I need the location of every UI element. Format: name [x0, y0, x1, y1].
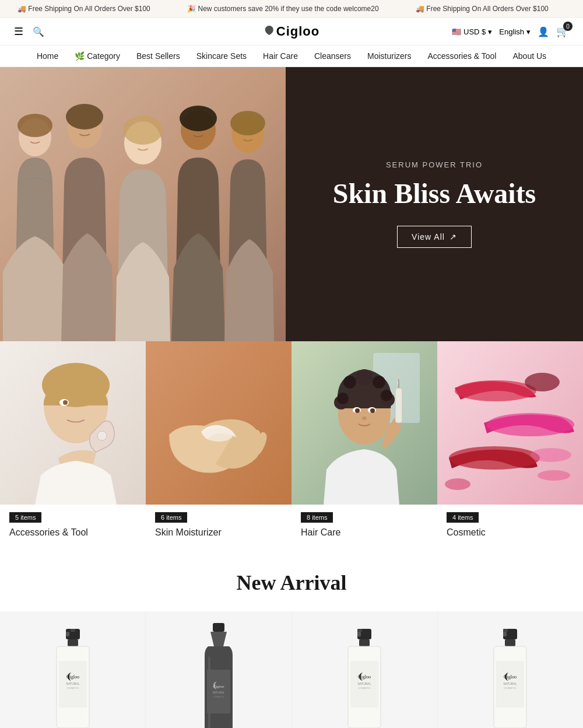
- hero-view-all-button[interactable]: View All ↗: [397, 226, 472, 248]
- announcement-bar: 🚚 Free Shipping On All Orders Over $100 …: [0, 0, 583, 18]
- product-card-1[interactable]: Cigloo NATURAL COSMETIC: [0, 611, 146, 728]
- menu-icon[interactable]: ☰: [14, 25, 23, 38]
- svg-point-20: [204, 428, 233, 442]
- category-image-moisturizer: [146, 341, 292, 505]
- svg-point-29: [343, 376, 356, 388]
- category-card-moisturizer[interactable]: 6 items Skin Moisturizer: [146, 341, 292, 547]
- language-label: English: [499, 27, 524, 36]
- hero-section: Serum Power Trio Skin Bliss Awaits View …: [0, 67, 583, 341]
- product-card-2[interactable]: Cigloo NATURAL COSMETIC: [146, 611, 292, 728]
- currency-label: USD $: [463, 27, 486, 36]
- category-grid: 5 items Accessories & Tool: [0, 341, 583, 547]
- category-image-cosmetic: [437, 341, 583, 505]
- svg-text:COSMETIC: COSMETIC: [66, 687, 79, 690]
- nav-about-us[interactable]: About Us: [512, 51, 546, 61]
- svg-rect-64: [357, 632, 361, 636]
- nav-home[interactable]: Home: [37, 51, 58, 61]
- product-bottle-3: Cigloo NATURAL COSMETIC: [341, 629, 388, 728]
- nav-skincare-sets[interactable]: Skincare Sets: [196, 51, 247, 61]
- product-card-3[interactable]: Cigloo NATURAL COSMETIC: [292, 611, 438, 728]
- svg-text:NATURAL: NATURAL: [358, 682, 371, 685]
- nav-accessories-tool[interactable]: Accessories & Tool: [427, 51, 496, 61]
- svg-point-28: [356, 369, 373, 386]
- products-grid: Cigloo NATURAL COSMETIC Cigloo NATURAL C: [0, 611, 583, 728]
- svg-text:NATURAL: NATURAL: [504, 682, 517, 685]
- hero-title: Skin Bliss Awaits: [333, 178, 536, 209]
- currency-chevron: ▾: [488, 27, 492, 36]
- svg-point-44: [525, 373, 560, 391]
- hero-image: [0, 67, 286, 341]
- svg-text:NATURAL: NATURAL: [66, 682, 79, 685]
- header-left: ☰ 🔍: [14, 25, 44, 38]
- svg-point-8: [66, 104, 103, 130]
- svg-point-37: [395, 376, 400, 379]
- category-image-haircare: [292, 341, 437, 505]
- svg-point-11: [230, 111, 265, 135]
- hero-text-panel: Serum Power Trio Skin Bliss Awaits View …: [286, 67, 583, 341]
- svg-point-7: [17, 114, 52, 137]
- search-icon[interactable]: 🔍: [33, 26, 44, 37]
- svg-point-45: [445, 478, 470, 490]
- svg-text:Cigloo: Cigloo: [504, 674, 517, 680]
- product-card-4[interactable]: Cigloo NATURAL COSMETIC: [438, 611, 583, 728]
- svg-point-9: [123, 116, 163, 145]
- svg-text:COSMETIC: COSMETIC: [359, 687, 371, 690]
- svg-rect-61: [359, 639, 370, 646]
- svg-point-35: [362, 416, 367, 420]
- svg-text:Cigloo: Cigloo: [358, 674, 371, 680]
- svg-rect-49: [71, 629, 75, 632]
- logo[interactable]: Cigloo: [264, 24, 319, 39]
- nav-category[interactable]: 🌿 Category: [75, 51, 120, 61]
- svg-point-25: [337, 393, 349, 404]
- svg-point-42: [531, 448, 571, 462]
- language-selector[interactable]: English ▾: [499, 27, 531, 36]
- hero-people-svg: [0, 67, 286, 341]
- logo-icon: [264, 24, 275, 38]
- svg-point-17: [97, 431, 107, 440]
- category-card-cosmetic[interactable]: 4 items Cosmetic: [437, 341, 583, 547]
- category-card-accessories[interactable]: 5 items Accessories & Tool: [0, 341, 146, 547]
- new-arrival-title: New Arrival: [0, 570, 583, 595]
- nav-best-sellers[interactable]: Best Sellers: [136, 51, 180, 61]
- new-arrival-section: New Arrival Cigloo NATURAL COSMETIC: [0, 547, 583, 728]
- header: ☰ 🔍 Cigloo 🇺🇸 USD $ ▾ English ▾ 👤 🛒 0: [0, 18, 583, 46]
- category-image-accessories: [0, 341, 146, 505]
- svg-rect-72: [503, 629, 508, 632]
- hero-button-label: View All: [412, 232, 445, 242]
- nav-hair-care[interactable]: Hair Care: [263, 51, 298, 61]
- svg-text:Cigloo: Cigloo: [213, 684, 224, 689]
- header-right: 🇺🇸 USD $ ▾ English ▾ 👤 🛒 0: [452, 25, 569, 38]
- announcement-track: 🚚 Free Shipping On All Orders Over $100 …: [0, 5, 583, 13]
- category-count-cosmetic: 4 items: [447, 512, 479, 523]
- account-icon[interactable]: 👤: [538, 26, 549, 37]
- category-name-haircare: Hair Care: [301, 527, 428, 547]
- svg-rect-63: [357, 629, 362, 632]
- currency-selector[interactable]: 🇺🇸 USD $ ▾: [452, 27, 492, 36]
- category-name-cosmetic: Cosmetic: [447, 527, 574, 547]
- category-label-accessories: 5 items Accessories & Tool: [0, 505, 146, 547]
- announcement-item: 🚚 Free Shipping On All Orders Over $100: [416, 5, 549, 13]
- hero-subtitle: Serum Power Trio: [386, 160, 483, 169]
- category-count-accessories: 5 items: [9, 512, 41, 523]
- cart-count-badge: 0: [563, 22, 573, 31]
- category-count-haircare: 8 items: [301, 512, 333, 523]
- category-count-moisturizer: 6 items: [155, 512, 187, 523]
- svg-point-30: [373, 376, 385, 388]
- nav-cleansers[interactable]: Cleansers: [314, 51, 351, 61]
- cart-button[interactable]: 🛒 0: [556, 25, 569, 38]
- svg-rect-55: [213, 623, 224, 632]
- svg-point-33: [355, 408, 360, 413]
- svg-point-34: [370, 408, 375, 413]
- svg-rect-47: [68, 639, 78, 646]
- nav-moisturizers[interactable]: Moisturizers: [367, 51, 411, 61]
- svg-point-16: [63, 400, 68, 405]
- hero-photo: [0, 67, 286, 341]
- category-label-haircare: 8 items Hair Care: [292, 505, 437, 547]
- svg-point-40: [487, 413, 574, 436]
- flag-icon: 🇺🇸: [452, 27, 461, 36]
- svg-point-39: [455, 380, 536, 401]
- category-card-haircare[interactable]: 8 items Hair Care: [292, 341, 437, 547]
- category-name-accessories: Accessories & Tool: [9, 527, 136, 547]
- svg-point-41: [449, 446, 540, 470]
- svg-point-10: [180, 106, 217, 131]
